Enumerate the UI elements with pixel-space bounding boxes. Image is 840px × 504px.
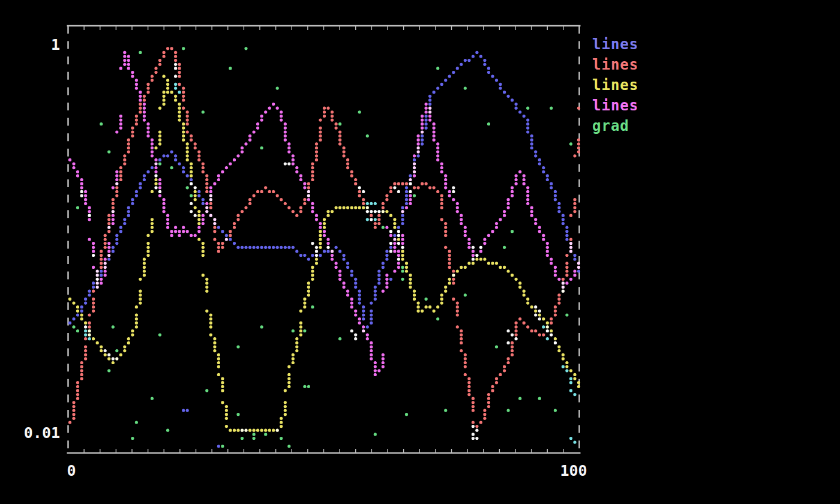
y-axis-label-bottom: 0.01 [17,424,60,442]
x-axis-label-right: 100 [557,462,590,480]
plot-canvas [0,0,840,504]
legend-item-grad-4: grad [592,119,638,133]
legend: lineslineslineslinesgrad [592,37,638,139]
y-axis-label-top: 1 [17,36,60,54]
x-axis-label-left: 0 [58,462,85,480]
plot-dots-layer [68,47,580,448]
legend-item-lines-0: lines [592,37,638,52]
legend-item-lines-2: lines [592,78,638,92]
legend-item-lines-1: lines [592,58,638,72]
terminal-plot-screen: 1 0.01 0 100 lineslineslineslinesgrad [0,0,840,504]
legend-item-lines-3: lines [592,98,638,113]
